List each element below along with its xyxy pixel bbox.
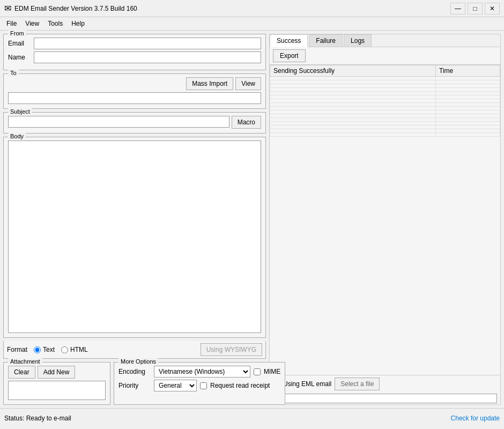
subject-title: Subject	[8, 108, 32, 115]
status-text: Status: Ready to e-mail	[4, 415, 71, 422]
select-file-button[interactable]: Select a file	[335, 378, 380, 390]
menu-bar: File View Tools Help	[0, 17, 504, 31]
table-row	[270, 125, 500, 129]
results-scroll[interactable]: Sending Successfully Time	[270, 65, 500, 375]
body-textarea[interactable]	[8, 140, 261, 333]
add-new-button[interactable]: Add New	[38, 366, 76, 379]
format-label: Format	[7, 346, 27, 353]
col-time: Time	[436, 65, 500, 77]
progress-bar	[273, 394, 497, 403]
clear-button[interactable]: Clear	[8, 366, 35, 379]
table-row	[270, 129, 500, 133]
eml-row: Using EML email Select a file	[270, 375, 500, 393]
text-radio-label: Text	[43, 346, 55, 353]
read-receipt-label: Request read receipt	[210, 382, 270, 389]
maximize-button[interactable]: □	[468, 3, 483, 14]
attachment-input[interactable]	[8, 381, 106, 400]
priority-label: Priority	[118, 382, 151, 389]
priority-row: Priority General Request read receipt	[118, 380, 280, 391]
format-html-radio[interactable]: HTML	[61, 346, 88, 353]
title-bar: ✉ EDM Email Sender Version 3.7.5 Build 1…	[0, 0, 504, 17]
encoding-select[interactable]: Vietnamese (Windows)	[154, 366, 250, 378]
table-row	[270, 118, 500, 122]
eml-label: Using EML email	[283, 380, 331, 388]
name-input[interactable]	[34, 51, 261, 63]
priority-select[interactable]: General	[154, 380, 197, 391]
results-tbody	[270, 77, 500, 137]
email-row: Email	[8, 38, 261, 49]
more-options-title: More Options	[118, 358, 158, 365]
subject-input[interactable]	[8, 116, 229, 128]
to-email-input[interactable]	[8, 92, 261, 104]
text-radio-input[interactable]	[34, 346, 41, 353]
menu-file[interactable]: File	[2, 18, 21, 29]
col-sending-successfully: Sending Successfully	[270, 65, 436, 77]
table-row	[270, 103, 500, 107]
table-row	[270, 95, 500, 99]
subject-section: Subject Macro	[3, 112, 266, 134]
right-panel: Success Failure Logs Export Sending Succ…	[269, 34, 501, 405]
table-row	[270, 122, 500, 125]
html-radio-label: HTML	[70, 346, 88, 353]
mime-checkbox[interactable]	[254, 368, 261, 375]
table-row	[270, 77, 500, 80]
menu-view[interactable]: View	[21, 18, 43, 29]
table-row	[270, 92, 500, 95]
tab-logs[interactable]: Logs	[344, 34, 372, 47]
view-button[interactable]: View	[235, 77, 261, 90]
check-update-link[interactable]: Check for update	[451, 415, 500, 422]
macro-button[interactable]: Macro	[232, 116, 261, 129]
attachment-section: Attachment Clear Add New	[3, 362, 110, 405]
mime-label: MIME	[264, 368, 280, 375]
mass-import-button[interactable]: Mass Import	[186, 77, 233, 90]
format-text-radio[interactable]: Text	[34, 346, 55, 353]
from-title: From	[8, 30, 26, 36]
minimize-button[interactable]: —	[450, 3, 465, 14]
attachment-buttons: Clear Add New	[8, 366, 106, 379]
results-table: Sending Successfully Time	[270, 65, 500, 137]
bottom-row: Attachment Clear Add New More Options En…	[3, 362, 266, 405]
table-row	[270, 114, 500, 118]
export-button[interactable]: Export	[273, 49, 306, 62]
encoding-label: Encoding	[118, 368, 151, 375]
more-options-section: More Options Encoding Vietnamese (Window…	[114, 362, 285, 405]
body-title: Body	[8, 133, 26, 139]
table-row	[270, 80, 500, 84]
tabs-container: Success Failure Logs	[270, 34, 500, 47]
html-radio-input[interactable]	[61, 346, 68, 353]
to-buttons: Mass Import View	[8, 77, 261, 90]
app-icon: ✉	[4, 3, 11, 13]
email-label: Email	[8, 40, 34, 47]
wysiwyg-button[interactable]: Using WYSIWYG	[201, 343, 262, 356]
read-receipt-checkbox[interactable]	[200, 382, 207, 389]
name-row: Name	[8, 51, 261, 63]
table-row	[270, 107, 500, 110]
menu-help[interactable]: Help	[67, 18, 89, 29]
from-section: From Email Name	[3, 34, 266, 70]
table-row	[270, 84, 500, 88]
export-row: Export	[270, 47, 500, 65]
table-row	[270, 133, 500, 137]
close-button[interactable]: ✕	[485, 3, 500, 14]
table-row	[270, 99, 500, 103]
encoding-row: Encoding Vietnamese (Windows) MIME	[118, 366, 280, 378]
main-content: From Email Name To Mass Import View Subj…	[0, 31, 504, 408]
format-bar: Format Text HTML Using WYSIWYG	[3, 341, 266, 359]
attachment-title: Attachment	[8, 358, 42, 365]
status-bar: Status: Ready to e-mail Check for update	[0, 408, 504, 427]
title-bar-controls: — □ ✕	[450, 3, 500, 14]
left-panel: From Email Name To Mass Import View Subj…	[3, 34, 266, 405]
to-section: To Mass Import View	[3, 73, 266, 109]
menu-tools[interactable]: Tools	[43, 18, 67, 29]
email-input[interactable]	[34, 38, 261, 49]
to-title: To	[8, 70, 19, 76]
tab-success[interactable]: Success	[270, 34, 308, 47]
tab-failure[interactable]: Failure	[309, 34, 343, 47]
subject-row: Macro	[8, 116, 261, 129]
body-section: Body	[3, 137, 266, 338]
table-row	[270, 88, 500, 92]
name-label: Name	[8, 54, 34, 61]
table-row	[270, 110, 500, 114]
title-bar-text: EDM Email Sender Version 3.7.5 Build 160	[14, 5, 450, 12]
